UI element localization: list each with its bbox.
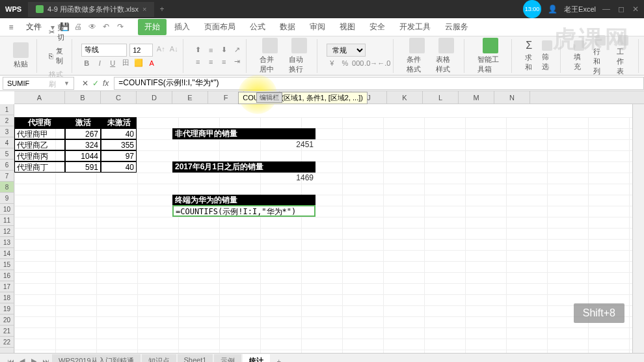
print-icon[interactable]: 🖨	[74, 22, 85, 33]
decrease-font-icon[interactable]: A↓	[168, 44, 179, 54]
sheet-tab-1[interactable]: 知识点	[142, 354, 176, 362]
add-tab-button[interactable]: +	[159, 5, 164, 14]
editing-cell[interactable]: =COUNTIFS(示例!I:I,"华为*")	[172, 205, 315, 217]
font-size-select[interactable]	[129, 44, 153, 57]
ribbon-tab-7[interactable]: 安全	[363, 19, 392, 35]
col-header-N[interactable]: N	[494, 91, 530, 104]
row-header-17[interactable]: 17	[0, 281, 14, 292]
user-name[interactable]: 老王Excel	[564, 5, 596, 14]
ribbon-tab-8[interactable]: 开发工具	[393, 19, 437, 35]
sheet-tab-4[interactable]: 统计	[243, 354, 270, 362]
indent-icon[interactable]: ⇥	[232, 57, 242, 67]
fill-button[interactable]: 填充	[570, 40, 588, 72]
ribbon-tab-3[interactable]: 公式	[243, 19, 272, 35]
row-header-7[interactable]: 7	[0, 171, 14, 182]
ribbon-tab-0[interactable]: 开始	[138, 19, 167, 35]
preview-icon[interactable]: 👁	[88, 22, 99, 33]
row-header-14[interactable]: 14	[0, 248, 14, 259]
row-header-2[interactable]: 2	[0, 115, 14, 126]
cancel-formula-icon[interactable]: ✕	[82, 79, 88, 88]
vertical-scrollbar[interactable]	[632, 104, 644, 353]
table-header-2[interactable]: 未激活	[101, 117, 137, 128]
name-box[interactable]: SUMIF▼	[3, 77, 74, 90]
redo-icon[interactable]: ↷	[117, 22, 127, 33]
align-center-icon[interactable]: ≡	[206, 57, 216, 67]
col-header-A[interactable]: A	[14, 91, 65, 104]
filter-button[interactable]: 筛选	[538, 40, 556, 72]
sheet-tab-3[interactable]: 示例	[214, 354, 241, 362]
font-name-select[interactable]	[81, 44, 127, 57]
col-header-D[interactable]: D	[137, 91, 172, 104]
font-color-icon[interactable]: A	[146, 58, 157, 68]
row-header-12[interactable]: 12	[0, 226, 14, 237]
sheet-nav-prev-icon[interactable]: ◀	[17, 357, 27, 362]
accept-formula-icon[interactable]: ✓	[92, 79, 99, 88]
cell-style-button[interactable]: 表格样式	[432, 38, 460, 74]
sheet-nav-first-icon[interactable]: ⏮	[5, 357, 16, 363]
document-tab[interactable]: 4-9 用函数做多条件计数.xlsx ×	[28, 2, 154, 17]
sheet-tab-0[interactable]: WPS2019从入门到精通	[52, 354, 141, 362]
increase-font-icon[interactable]: A↑	[155, 44, 166, 54]
col-header-E[interactable]: E	[172, 91, 208, 104]
bold-icon[interactable]: B	[81, 58, 92, 68]
ribbon-tab-9[interactable]: 云服务	[438, 19, 475, 35]
decimal-inc-icon[interactable]: .0→	[366, 58, 376, 68]
row-header-11[interactable]: 11	[0, 215, 14, 226]
decimal-dec-icon[interactable]: ←.0	[379, 58, 389, 68]
sheet-nav-next-icon[interactable]: ▶	[29, 357, 39, 362]
ribbon-tab-5[interactable]: 审阅	[303, 19, 332, 35]
table-cell-inact-1[interactable]: 355	[101, 139, 137, 150]
row-headers[interactable]: 12345678910111213141516171819202122	[0, 104, 14, 353]
row-header-10[interactable]: 10	[0, 204, 14, 215]
table-header-1[interactable]: 激活	[65, 117, 101, 128]
fx-icon[interactable]: fx	[103, 79, 109, 88]
user-avatar-icon[interactable]: 👤	[548, 5, 557, 14]
col-header-K[interactable]: K	[387, 91, 423, 104]
block-title-2[interactable]: 终端为华为的销量	[172, 195, 315, 206]
row-header-19[interactable]: 19	[0, 303, 14, 314]
table-cell-inact-0[interactable]: 40	[101, 128, 137, 139]
row-header-6[interactable]: 6	[0, 160, 14, 171]
clock-widget[interactable]: 13:00	[523, 0, 541, 18]
cell-grid[interactable]: 代理商激活未激活代理商甲26740代理商乙324355代理商丙104497代理商…	[14, 117, 632, 353]
row-header-9[interactable]: 9	[0, 193, 14, 204]
formula-input[interactable]: =COUNTIFS(示例!I:I,"华为*") COUNTIFS (区域1, 条…	[114, 77, 644, 90]
col-header-B[interactable]: B	[65, 91, 101, 104]
table-cell-inact-2[interactable]: 97	[101, 150, 137, 161]
row-header-16[interactable]: 16	[0, 270, 14, 281]
table-cell-name-0[interactable]: 代理商甲	[14, 128, 65, 139]
block-value-0[interactable]: 2451	[280, 139, 315, 150]
row-header-21[interactable]: 21	[0, 326, 14, 337]
table-header-0[interactable]: 代理商	[14, 117, 65, 128]
table-cell-act-0[interactable]: 267	[65, 128, 101, 139]
border-icon[interactable]: 田	[120, 58, 131, 68]
row-header-3[interactable]: 3	[0, 126, 14, 137]
cut-button[interactable]: ✂ 剪切	[46, 21, 68, 44]
menu-icon[interactable]: ≡	[5, 21, 17, 33]
row-header-22[interactable]: 22	[0, 337, 14, 348]
percent-icon[interactable]: %	[340, 58, 350, 68]
block-title-1[interactable]: 2017年6月1日之后的销量	[172, 161, 315, 173]
undo-icon[interactable]: ↶	[103, 22, 113, 33]
table-cell-name-2[interactable]: 代理商丙	[14, 150, 65, 161]
row-col-button[interactable]: 行和列	[589, 35, 611, 76]
row-header-13[interactable]: 13	[0, 237, 14, 248]
row-header-1[interactable]: 1	[0, 104, 14, 115]
ribbon-tab-6[interactable]: 视图	[333, 19, 362, 35]
table-cell-name-1[interactable]: 代理商乙	[14, 139, 65, 150]
fill-color-icon[interactable]: 🟨	[133, 58, 144, 68]
cond-format-button[interactable]: 条件格式	[403, 38, 431, 74]
comma-icon[interactable]: 000	[353, 58, 363, 68]
sheet-button[interactable]: 工作表	[613, 35, 634, 76]
row-header-15[interactable]: 15	[0, 259, 14, 270]
ribbon-tab-4[interactable]: 数据	[273, 19, 302, 35]
sheet-tab-2[interactable]: Sheet1	[178, 354, 213, 362]
currency-icon[interactable]: ¥	[327, 58, 337, 68]
col-header-M[interactable]: M	[459, 91, 494, 104]
close-tab-icon[interactable]: ×	[142, 5, 146, 13]
align-top-icon[interactable]: ⬆	[193, 45, 203, 55]
row-header-8[interactable]: 8	[0, 182, 14, 193]
table-cell-inact-3[interactable]: 40	[101, 161, 137, 173]
row-header-20[interactable]: 20	[0, 314, 14, 326]
row-header-5[interactable]: 5	[0, 148, 14, 160]
